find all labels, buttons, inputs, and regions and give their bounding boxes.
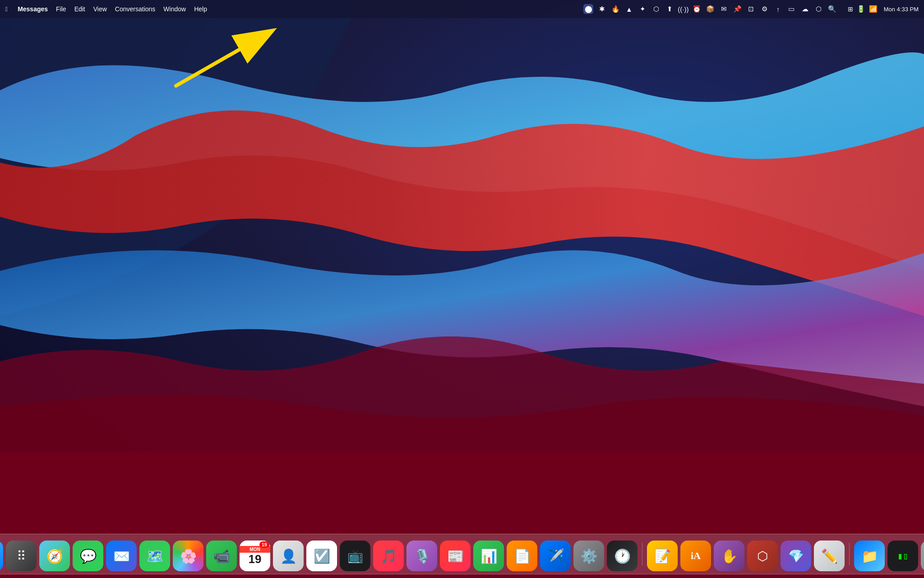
bluetooth-icon[interactable]: ✱	[597, 4, 607, 14]
app-name-menu[interactable]: Messages	[18, 5, 48, 13]
dock-trash[interactable]: 🗑️	[921, 541, 924, 571]
airplay-icon[interactable]: ▲	[624, 4, 634, 14]
wallpaper	[0, 0, 924, 578]
dock-numbers[interactable]: 📊	[473, 541, 504, 571]
dock-iterm[interactable]: ▮▯	[887, 541, 918, 571]
dock: 🐟 ⠿ 🧭 💬 ✉️ 🗺️ 🌸 📹 MON	[0, 534, 924, 574]
dock-clock[interactable]: 🕐	[607, 541, 638, 571]
wifi-status-icon[interactable]: ((·))	[678, 4, 688, 14]
dock-facetime[interactable]: 📹	[206, 541, 237, 571]
desktop:  Messages File Edit View Conversations …	[0, 0, 924, 578]
icloud-icon[interactable]: ☁	[800, 4, 810, 14]
screenrecord-icon[interactable]: ⊡	[746, 4, 756, 14]
dock-podcasts[interactable]: 🎙️	[407, 541, 437, 571]
dock-news[interactable]: 📰	[440, 541, 471, 571]
menubar-left:  Messages File Edit View Conversations …	[5, 5, 583, 13]
dropbox-icon[interactable]: 📦	[705, 4, 715, 14]
spotlight-icon[interactable]: 🔍	[827, 4, 837, 14]
menubar:  Messages File Edit View Conversations …	[0, 0, 924, 18]
launch-icon[interactable]: ⬆	[665, 4, 675, 14]
help-menu[interactable]: Help	[194, 5, 207, 13]
window-menu[interactable]: Window	[163, 5, 186, 13]
dock-messages[interactable]: 💬	[73, 541, 103, 571]
dock-contacts[interactable]: 👤	[273, 541, 304, 571]
dock-pages[interactable]: 📄	[507, 541, 537, 571]
dock-finder[interactable]: 🐟	[0, 541, 3, 571]
calendar-badge: 19	[259, 541, 269, 548]
dock-canister[interactable]: ⬡	[747, 541, 778, 571]
ia-tray-icon[interactable]: ⚙	[759, 4, 769, 14]
screensharing-icon[interactable]: ✦	[638, 4, 647, 14]
dock-testflight[interactable]: ✈️	[540, 541, 571, 571]
dock-separator-2	[849, 543, 850, 565]
apple-menu[interactable]: 	[5, 5, 8, 13]
file-menu[interactable]: File	[56, 5, 66, 13]
conversations-menu[interactable]: Conversations	[115, 5, 156, 13]
dock-homefolder[interactable]: 📁	[854, 541, 885, 571]
dock-craft[interactable]: 💎	[781, 541, 811, 571]
dropzone-icon[interactable]: 🔥	[610, 4, 620, 14]
airmail-icon[interactable]: ✉	[719, 4, 729, 14]
dock-photos[interactable]: 🌸	[173, 541, 203, 571]
dock-safari[interactable]: 🧭	[39, 541, 70, 571]
edit-menu[interactable]: Edit	[74, 5, 85, 13]
timemachine-icon[interactable]: ⏰	[692, 4, 702, 14]
dock-calendar[interactable]: MON 19 19	[240, 541, 270, 571]
dock-separator	[642, 543, 642, 565]
rocket-tray-icon[interactable]: ↑	[773, 4, 783, 14]
controlcenter-icon[interactable]: ⊞	[848, 5, 853, 13]
menubar-icons-right: ⬤ ✱ 🔥 ▲ ✦ ⬡ ⬆ ((·)) ⏰ 📦 ✉ 📌 ⊡ ⚙ ↑ ▭ ☁ ⬡ …	[583, 4, 919, 14]
dock-reminders[interactable]: ☑️	[306, 541, 337, 571]
dock-systemprefs[interactable]: ⚙️	[573, 541, 604, 571]
dock-mail[interactable]: ✉️	[106, 541, 137, 571]
dock-launchpad[interactable]: ⠿	[6, 541, 37, 571]
wifi-icon[interactable]: 📶	[869, 5, 878, 13]
dock-iawriter[interactable]: iA	[680, 541, 711, 571]
dock-maps[interactable]: 🗺️	[139, 541, 170, 571]
dock-appletv[interactable]: 📺	[340, 541, 370, 571]
battery-icon[interactable]: 🔋	[857, 5, 865, 13]
dock-handmirror[interactable]: ✋	[714, 541, 744, 571]
clock-display: Mon 4:33 PM	[884, 6, 919, 13]
view-menu[interactable]: View	[93, 5, 107, 13]
dock-goodnotes[interactable]: ✏️	[814, 541, 845, 571]
aspect-icon[interactable]: ▭	[786, 4, 796, 14]
pin-icon[interactable]: 📌	[732, 4, 742, 14]
notification-bell-icon[interactable]: ⬤	[583, 4, 593, 14]
battery-widget-icon[interactable]: ⬡	[651, 4, 661, 14]
dock-music[interactable]: 🎵	[373, 541, 404, 571]
onepassword-icon[interactable]: ⬡	[813, 4, 823, 14]
dock-notes[interactable]: 📝	[647, 541, 678, 571]
